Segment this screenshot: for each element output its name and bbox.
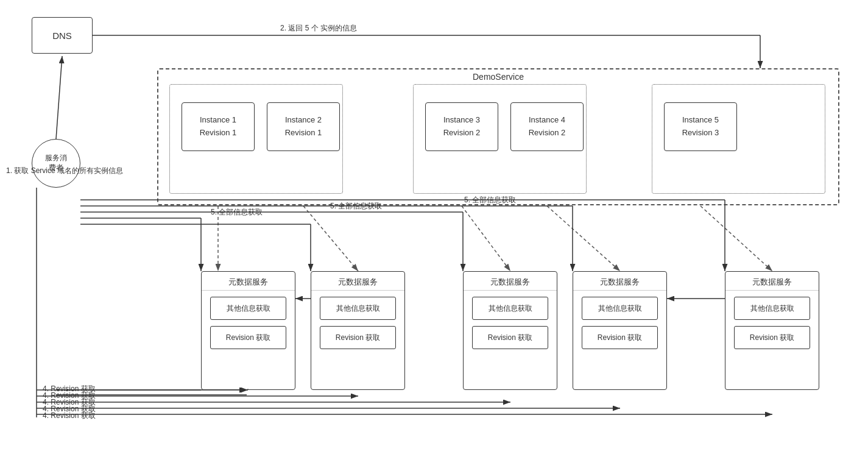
instance-5-line1: Instance 5 (682, 114, 719, 127)
meta3-revision: Revision 获取 (472, 326, 548, 349)
svg-line-7 (462, 206, 510, 271)
meta4-revision: Revision 获取 (582, 326, 658, 349)
meta1-title: 元数据服务 (202, 272, 295, 291)
step1-label: 1. 获取 Service 域名的所有实例信息 (6, 166, 123, 176)
instance-1-line1: Instance 1 (200, 114, 236, 127)
meta-service-4: 元数据服务 其他信息获取 Revision 获取 (573, 271, 667, 390)
instance-4-box: Instance 4 Revision 2 (510, 102, 584, 151)
instance-4-line2: Revision 2 (529, 127, 566, 140)
meta4-other: 其他信息获取 (582, 297, 658, 320)
meta5-title: 元数据服务 (725, 272, 819, 291)
meta3-other: 其他信息获取 (472, 297, 548, 320)
svg-line-6 (303, 206, 358, 271)
meta1-revision: Revision 获取 (210, 326, 286, 349)
instance-3-line1: Instance 3 (443, 114, 480, 127)
step2-label: 2. 返回 5 个 实例的信息 (280, 23, 357, 34)
meta3-title: 元数据服务 (464, 272, 557, 291)
instance-1-line2: Revision 1 (200, 127, 237, 140)
meta2-other: 其他信息获取 (320, 297, 396, 320)
instance-2-line1: Instance 2 (285, 114, 322, 127)
meta-service-1: 元数据服务 其他信息获取 Revision 获取 (201, 271, 295, 390)
step5b-label: 5. 全部信息获取 (330, 201, 382, 211)
instance-5-line2: Revision 3 (682, 127, 719, 140)
instance-4-line1: Instance 4 (529, 114, 565, 127)
instance-3-line2: Revision 2 (443, 127, 481, 140)
step5c-label: 5. 全部信息获取 (464, 195, 516, 205)
meta2-title: 元数据服务 (311, 272, 404, 291)
instance-2-line2: Revision 1 (285, 127, 322, 140)
instance-3-box: Instance 3 Revision 2 (425, 102, 498, 151)
meta2-revision: Revision 获取 (320, 326, 396, 349)
dns-box: DNS (32, 17, 93, 54)
dns-label: DNS (52, 30, 72, 41)
svg-line-2 (56, 56, 62, 139)
instance-5-box: Instance 5 Revision 3 (664, 102, 737, 151)
consumer-circle: 服务消费者 (32, 139, 80, 188)
diagram-container: DNS 服务消费者 DemoService Instance 1 Revisio… (0, 0, 868, 471)
svg-line-8 (547, 206, 620, 271)
demo-service-label: DemoService (157, 68, 839, 82)
meta-service-3: 元数据服务 其他信息获取 Revision 获取 (463, 271, 557, 390)
svg-line-9 (700, 206, 772, 271)
step4e-label: 4. Revision 获取 (43, 411, 96, 421)
meta5-revision: Revision 获取 (734, 326, 810, 349)
meta-service-5: 元数据服务 其他信息获取 Revision 获取 (725, 271, 819, 390)
meta1-other: 其他信息获取 (210, 297, 286, 320)
step5a-label: 5. 全部信息获取 (211, 207, 263, 218)
instance-2-box: Instance 2 Revision 1 (267, 102, 340, 151)
meta4-title: 元数据服务 (573, 272, 666, 291)
instance-1-box: Instance 1 Revision 1 (182, 102, 255, 151)
meta-service-2: 元数据服务 其他信息获取 Revision 获取 (311, 271, 405, 390)
meta5-other: 其他信息获取 (734, 297, 810, 320)
